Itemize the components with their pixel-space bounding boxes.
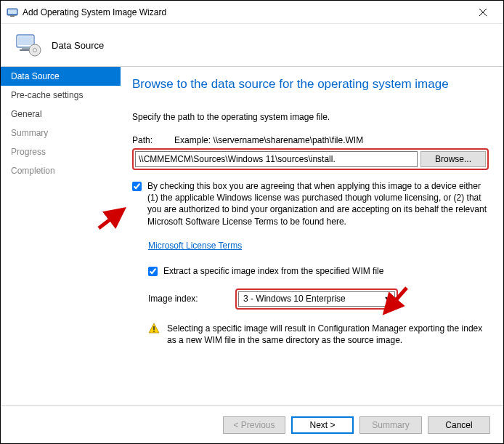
titlebar: Add Operating System Image Wizard (1, 1, 503, 24)
app-icon (7, 7, 18, 18)
close-button[interactable] (468, 1, 497, 23)
wizard-body: Data Source Pre-cache settings General S… (1, 66, 503, 405)
window-title: Add Operating System Image Wizard (23, 7, 468, 17)
previous-button[interactable]: < Previous (223, 416, 285, 434)
svg-rect-2 (10, 15, 15, 17)
svg-point-10 (33, 49, 37, 52)
eula-text: By checking this box you are agreeing th… (147, 180, 489, 227)
cancel-button[interactable]: Cancel (428, 416, 490, 434)
path-label: Path: (132, 135, 153, 145)
sidebar: Data Source Pre-cache settings General S… (1, 67, 121, 405)
warning-icon (148, 323, 160, 334)
svg-rect-1 (8, 9, 17, 14)
wizard-header: Data Source (1, 24, 503, 66)
sidebar-item-completion[interactable]: Completion (1, 161, 121, 180)
license-terms-link[interactable]: Microsoft License Terms (148, 241, 242, 251)
summary-button[interactable]: Summary (359, 416, 422, 434)
next-button[interactable]: Next > (291, 416, 354, 434)
svg-rect-7 (22, 47, 29, 49)
sidebar-item-summary[interactable]: Summary (1, 124, 121, 142)
svg-rect-6 (18, 36, 33, 45)
content-pane: Browse to the data source for the operat… (121, 67, 503, 405)
image-index-row: Image index: 3 - Windows 10 Enterprise (148, 288, 489, 310)
sidebar-item-progress[interactable]: Progress (1, 142, 121, 161)
close-icon (479, 9, 487, 16)
svg-rect-11 (153, 326, 155, 330)
wizard-footer: < Previous Next > Summary Cancel (1, 405, 503, 443)
extract-text: Extract a specific image index from the … (163, 265, 383, 277)
monitor-cd-icon (15, 32, 41, 58)
browse-button[interactable]: Browse... (420, 151, 486, 167)
image-index-select[interactable]: 3 - Windows 10 Enterprise (238, 291, 395, 307)
sidebar-item-general[interactable]: General (1, 105, 121, 124)
eula-checkbox[interactable] (132, 182, 142, 191)
path-row-label: Path: Example: \\servername\sharename\pa… (132, 135, 489, 145)
page-heading: Browse to the data source for the operat… (132, 77, 489, 92)
extract-row: Extract a specific image index from the … (148, 265, 489, 277)
path-example: Example: \\servername\sharename\path\fil… (174, 135, 363, 145)
sidebar-item-precache[interactable]: Pre-cache settings (1, 86, 121, 105)
path-input[interactable] (135, 151, 418, 167)
warning-text: Selecting a specific image will result i… (167, 323, 489, 346)
extract-checkbox[interactable] (148, 267, 158, 276)
wizard-window: Add Operating System Image Wizard Data S… (0, 0, 504, 444)
image-index-label: Image index: (148, 294, 228, 304)
lead-text: Specify the path to the operating system… (132, 112, 489, 122)
warning-row: Selecting a specific image will result i… (148, 323, 489, 346)
sidebar-item-data-source[interactable]: Data Source (1, 67, 121, 86)
svg-rect-12 (153, 331, 155, 332)
eula-row: By checking this box you are agreeing th… (132, 180, 489, 227)
image-index-highlight: 3 - Windows 10 Enterprise (235, 288, 398, 310)
path-controls-highlight: Browse... (132, 148, 489, 170)
header-page-name: Data Source (52, 40, 104, 51)
